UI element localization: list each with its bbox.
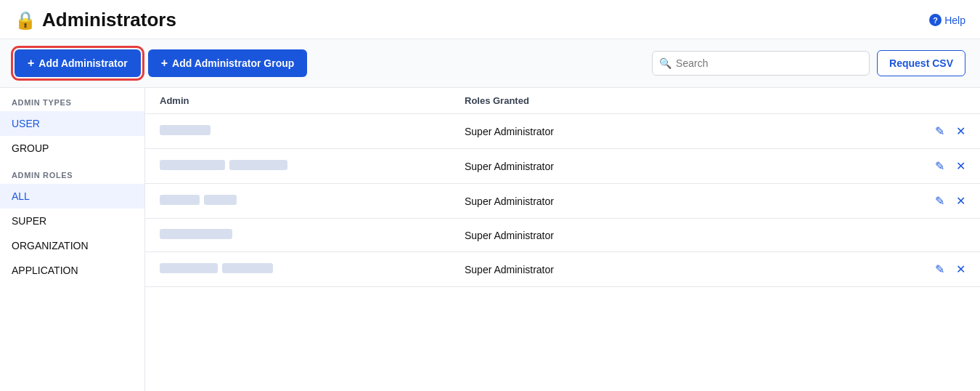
col-roles-header: Roles Granted xyxy=(465,95,907,106)
blur-segment xyxy=(160,160,225,170)
add-admin-label: Add Administrator xyxy=(38,57,127,69)
actions-cell: ✎ ✕ xyxy=(907,159,965,173)
blur-segment xyxy=(222,263,273,273)
page-header: 🔒 Administrators ? Help xyxy=(0,0,980,39)
help-circle-icon: ? xyxy=(929,14,942,26)
table-row: Super Administrator xyxy=(145,219,980,252)
admin-name-blur xyxy=(160,160,287,170)
blur-segment xyxy=(160,229,232,239)
admin-name-blur xyxy=(160,125,211,135)
edit-icon[interactable]: ✎ xyxy=(935,194,944,208)
actions-cell: ✎ ✕ xyxy=(907,262,965,276)
table-header-row: Admin Roles Granted xyxy=(145,88,980,114)
blur-segment xyxy=(204,195,237,205)
edit-icon[interactable]: ✎ xyxy=(935,159,944,173)
admin-name-blur xyxy=(160,195,237,205)
edit-icon[interactable]: ✎ xyxy=(935,262,944,276)
sidebar-item-organization[interactable]: ORGANIZATION xyxy=(0,233,144,258)
sidebar-item-application[interactable]: APPLICATION xyxy=(0,258,144,283)
page-title: 🔒 Administrators xyxy=(15,9,176,31)
admin-name-cell xyxy=(160,195,465,207)
roles-cell: Super Administrator xyxy=(465,196,907,207)
blur-segment xyxy=(229,160,287,170)
sidebar-item-super[interactable]: SUPER xyxy=(0,209,144,233)
plus-icon-add-admin: + xyxy=(28,57,34,70)
request-csv-label: Request CSV xyxy=(889,57,953,69)
sidebar: ADMIN TYPES USER GROUP ADMIN ROLES ALL S… xyxy=(0,88,145,391)
admin-name-blur xyxy=(160,229,232,239)
help-label: Help xyxy=(944,15,965,26)
table-row: Super Administrator ✎ ✕ xyxy=(145,149,980,184)
sidebar-item-group[interactable]: GROUP xyxy=(0,136,144,161)
roles-cell: Super Administrator xyxy=(465,264,907,275)
plus-icon-add-group: + xyxy=(161,57,168,70)
admin-name-cell xyxy=(160,160,465,172)
lock-icon: 🔒 xyxy=(15,10,36,31)
admin-name-cell xyxy=(160,229,465,241)
table-row: Super Administrator ✎ ✕ xyxy=(145,252,980,287)
search-icon: 🔍 xyxy=(659,57,671,69)
request-csv-button[interactable]: Request CSV xyxy=(877,50,965,76)
add-administrator-button[interactable]: + Add Administrator xyxy=(15,49,141,77)
delete-icon[interactable]: ✕ xyxy=(956,159,965,173)
sidebar-item-user[interactable]: USER xyxy=(0,111,144,136)
blur-segment xyxy=(160,263,218,273)
roles-cell: Super Administrator xyxy=(465,126,907,137)
sidebar-item-all[interactable]: ALL xyxy=(0,184,144,209)
delete-icon[interactable]: ✕ xyxy=(956,194,965,208)
admin-types-label: ADMIN TYPES xyxy=(0,88,144,111)
delete-icon[interactable]: ✕ xyxy=(956,262,965,276)
blur-segment xyxy=(160,125,211,135)
content-area: ADMIN TYPES USER GROUP ADMIN ROLES ALL S… xyxy=(0,88,980,391)
edit-icon[interactable]: ✎ xyxy=(935,124,944,138)
roles-cell: Super Administrator xyxy=(465,230,907,241)
main-content: Admin Roles Granted Super Administrator … xyxy=(145,88,980,391)
delete-icon[interactable]: ✕ xyxy=(956,124,965,138)
search-input[interactable] xyxy=(652,51,870,76)
roles-cell: Super Administrator xyxy=(465,161,907,172)
search-input-wrap: 🔍 xyxy=(652,51,870,76)
toolbar: + Add Administrator + Add Administrator … xyxy=(0,39,980,88)
add-group-label: Add Administrator Group xyxy=(172,57,294,69)
admin-name-cell xyxy=(160,125,465,137)
table-row: Super Administrator ✎ ✕ xyxy=(145,184,980,219)
admin-name-cell xyxy=(160,263,465,275)
search-wrapper: 🔍 Request CSV xyxy=(652,50,965,76)
table-row: Super Administrator ✎ ✕ xyxy=(145,114,980,149)
add-administrator-group-button[interactable]: + Add Administrator Group xyxy=(148,49,308,77)
blur-segment xyxy=(160,195,200,205)
page-title-text: Administrators xyxy=(42,9,176,31)
admin-roles-label: ADMIN ROLES xyxy=(0,161,144,184)
actions-cell: ✎ ✕ xyxy=(907,124,965,138)
admin-name-blur xyxy=(160,263,273,273)
help-link[interactable]: ? Help xyxy=(929,14,965,26)
col-admin-header: Admin xyxy=(160,95,465,106)
actions-cell: ✎ ✕ xyxy=(907,194,965,208)
